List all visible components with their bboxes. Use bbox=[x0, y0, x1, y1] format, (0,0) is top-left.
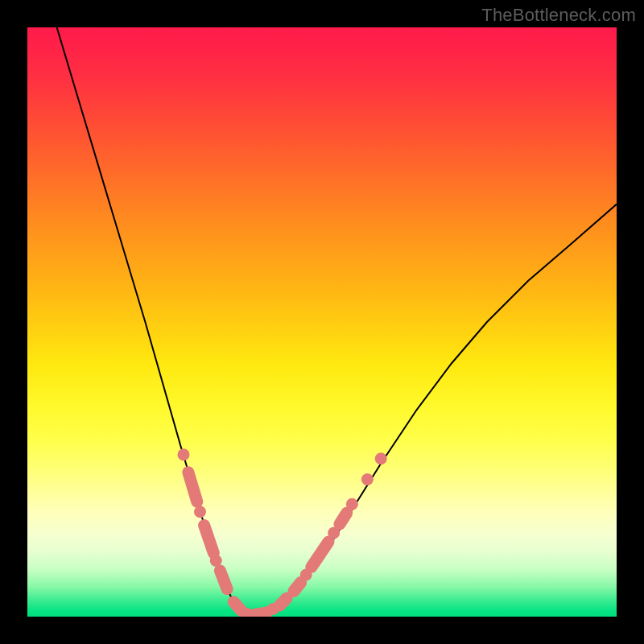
curve-marker-segment bbox=[204, 526, 214, 553]
curve-marker-segment bbox=[294, 583, 301, 592]
curve-marker-segment bbox=[312, 542, 328, 567]
curve-marker-dot bbox=[177, 448, 189, 460]
chart-frame: TheBottleneck.com bbox=[0, 0, 644, 644]
curve-marker-segment bbox=[220, 571, 227, 589]
marker-layer bbox=[177, 448, 386, 617]
curve-marker-dot bbox=[346, 498, 358, 510]
curve-marker-segment bbox=[340, 513, 347, 524]
curve-marker-dot bbox=[361, 473, 374, 485]
curve-marker-segment bbox=[233, 602, 242, 611]
watermark-text: TheBottleneck.com bbox=[481, 5, 636, 26]
curve-marker-segment bbox=[188, 473, 197, 502]
curve-marker-dot bbox=[194, 506, 206, 518]
chart-svg bbox=[27, 27, 617, 617]
curve-marker-dot bbox=[375, 452, 387, 464]
curve-marker-segment bbox=[253, 613, 266, 615]
curve-marker-segment bbox=[279, 598, 287, 605]
plot-area bbox=[27, 27, 617, 617]
